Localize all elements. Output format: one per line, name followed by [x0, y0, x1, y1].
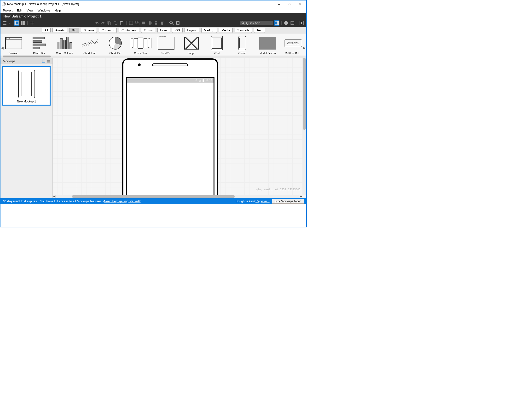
lib-chart-bar[interactable]: Chart: Bar — [28, 36, 50, 55]
phone-widget[interactable]: 11:25 — [122, 58, 218, 198]
svg-rect-34 — [203, 79, 204, 79]
svg-rect-1 — [15, 21, 16, 25]
svg-rect-31 — [200, 80, 201, 82]
add-icon[interactable] — [29, 20, 35, 26]
cat-layout[interactable]: Layout — [185, 28, 199, 33]
cat-all[interactable]: All — [42, 28, 51, 33]
menu-view[interactable]: View — [27, 9, 33, 12]
lock-icon[interactable] — [153, 20, 159, 26]
canvas-vscrollbar[interactable] — [302, 58, 306, 195]
library-scrollbar[interactable] — [0, 56, 306, 58]
duplicate-icon[interactable] — [113, 20, 118, 26]
maximize-button[interactable]: ☐ — [287, 2, 292, 6]
canvas-hscrollbar[interactable]: ◀▶ — [53, 195, 302, 198]
svg-rect-7 — [108, 22, 110, 25]
svg-rect-11 — [121, 21, 122, 22]
cat-containers[interactable]: Containers — [119, 28, 139, 33]
register-link[interactable]: Register... — [255, 199, 270, 203]
signal-icon — [199, 79, 201, 82]
redo-icon[interactable] — [100, 20, 106, 26]
lib-coverflow[interactable]: Cover Flow — [130, 36, 151, 55]
trial-days: 30 days — [3, 199, 14, 203]
cat-symbols[interactable]: Symbols — [235, 28, 252, 33]
bring-front-icon[interactable] — [141, 20, 146, 26]
grid-view-icon[interactable] — [20, 20, 25, 26]
cat-forms[interactable]: Forms — [141, 28, 155, 33]
send-back-icon[interactable] — [147, 20, 152, 26]
help-link[interactable]: Need help getting started? — [104, 199, 141, 203]
play-icon[interactable] — [299, 20, 304, 26]
lib-iphone[interactable]: iPhone — [231, 36, 253, 55]
lib-chart-pie[interactable]: Chart: Pie — [104, 36, 126, 55]
svg-rect-6 — [108, 21, 110, 24]
cat-media[interactable]: Media — [219, 28, 232, 33]
lib-browser[interactable]: Browser — [3, 36, 24, 55]
hamburger-icon[interactable] — [2, 20, 8, 26]
window-title: New Mockup 1 - New Balsamiq Project 1 - … — [7, 2, 277, 6]
close-button[interactable]: ✕ — [298, 2, 302, 6]
svg-rect-14 — [137, 23, 139, 25]
list-icon[interactable] — [47, 60, 50, 63]
cat-ios[interactable]: iOS — [172, 28, 183, 33]
window-titlebar: New Mockup 1 - New Balsamiq Project 1 - … — [0, 0, 306, 8]
cat-markup[interactable]: Markup — [201, 28, 217, 33]
svg-rect-3 — [23, 21, 25, 23]
svg-rect-9 — [115, 22, 117, 25]
svg-rect-5 — [23, 23, 25, 25]
navigator-panel: Mockups New Mockup 1 — [0, 58, 53, 198]
svg-rect-32 — [201, 79, 201, 82]
svg-point-21 — [242, 22, 244, 23]
copy-icon[interactable] — [107, 20, 112, 26]
lib-modal[interactable]: Modal Screen — [257, 36, 278, 55]
svg-point-19 — [170, 21, 172, 24]
cat-assets[interactable]: Assets — [52, 28, 67, 33]
lib-image[interactable]: Image — [181, 36, 202, 55]
zoom-icon[interactable] — [169, 20, 174, 26]
lib-multiline-button[interactable]: Multiline ButtonSecond line of textMulti… — [282, 36, 304, 55]
lib-fieldset[interactable]: Field Set — [155, 36, 177, 55]
lib-ipad[interactable]: iPad — [206, 36, 228, 55]
trash-icon[interactable] — [160, 20, 165, 26]
mockup-thumbnail[interactable]: New Mockup 1 — [2, 66, 51, 106]
phone-speaker-icon — [152, 63, 188, 66]
panel-left-icon[interactable] — [14, 20, 19, 26]
undo-icon[interactable] — [94, 20, 99, 26]
menu-project[interactable]: Project — [3, 9, 12, 12]
ui-library: Browser Chart: Bar Chart: Column Chart: … — [0, 34, 306, 56]
library-prev-icon[interactable]: ◀ — [1, 46, 4, 50]
cat-big[interactable]: Big — [69, 28, 79, 33]
zoom-fit-icon[interactable] — [175, 20, 180, 26]
notes-icon[interactable] — [290, 20, 295, 26]
minimize-button[interactable]: — — [277, 2, 281, 6]
svg-rect-33 — [203, 79, 204, 82]
quick-add-input[interactable]: Quick Add — [240, 21, 273, 25]
panel-right-icon[interactable] — [274, 20, 279, 26]
canvas[interactable]: 11:25 ◀▶ qingruanit.net 0532-85025005 — [53, 58, 306, 198]
expand-icon[interactable] — [42, 60, 45, 63]
search-icon — [242, 22, 245, 25]
bought-key-text: Bought a key? — [236, 199, 255, 203]
menu-edit[interactable]: Edit — [17, 9, 22, 12]
svg-rect-15 — [142, 22, 145, 24]
svg-rect-16 — [149, 21, 150, 25]
ungroup-icon[interactable] — [135, 20, 140, 26]
project-header: New Balsamiq Project 1 — [0, 13, 306, 19]
lib-chart-line[interactable]: Chart: Line — [79, 36, 101, 55]
svg-rect-12 — [129, 21, 133, 25]
info-icon[interactable]: i — [283, 20, 289, 26]
phone-statusbar: 11:25 — [127, 78, 214, 83]
cat-buttons[interactable]: Buttons — [81, 28, 97, 33]
wifi-icon — [195, 79, 198, 82]
library-next-icon[interactable]: ▶ — [303, 46, 306, 50]
cat-text[interactable]: Text — [254, 28, 265, 33]
navigator-title: Mockups — [3, 59, 15, 63]
menu-help[interactable]: Help — [55, 9, 61, 12]
cat-icons[interactable]: Icons — [157, 28, 170, 33]
paste-icon[interactable] — [119, 20, 124, 26]
buy-button[interactable]: Buy Mockups Now! — [272, 199, 304, 204]
group-icon[interactable] — [128, 20, 134, 26]
menu-windows[interactable]: Windows — [38, 9, 50, 12]
cat-common[interactable]: Common — [99, 28, 117, 33]
quick-add-placeholder: Quick Add — [246, 21, 260, 25]
lib-chart-column[interactable]: Chart: Column — [54, 36, 75, 55]
